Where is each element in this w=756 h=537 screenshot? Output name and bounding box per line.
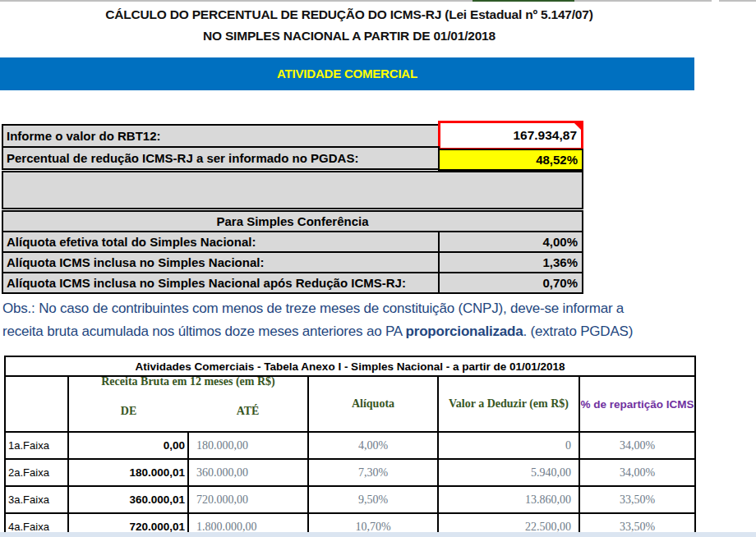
aliquota-cell: 4,00% bbox=[308, 432, 438, 459]
ate-column-header: ATÉ bbox=[188, 405, 307, 418]
conference-row-label: Alíquota ICMS inclusa no Simples Naciona… bbox=[2, 272, 440, 294]
calculator-section: Informe o valor do RBT12: 167.934,87 Per… bbox=[2, 121, 583, 298]
conference-header: Para Simples Conferência bbox=[2, 210, 583, 232]
pgdas-reduction-label: Percentual de redução ICMS-RJ a ser info… bbox=[2, 146, 440, 170]
ate-cell: 720.000,00 bbox=[188, 486, 308, 513]
faixa-cell: 2a.Faixa bbox=[5, 459, 68, 486]
page-title-line1: CÁLCULO DO PERCENTUAL DE REDUÇÃO DO ICMS… bbox=[0, 4, 698, 25]
anexo-i-table: Atividades Comerciais - Tabela Anexo I -… bbox=[4, 356, 696, 537]
page-title-line2: NO SIMPLES NACIONAL A PARTIR DE 01/01/20… bbox=[0, 25, 698, 47]
rbt12-input-cell[interactable]: 167.934,87 bbox=[438, 121, 583, 150]
spreadsheet-view: CÁLCULO DO PERCENTUAL DE REDUÇÃO DO ICMS… bbox=[0, 0, 756, 537]
pgdas-reduction-result-cell: 48,52% bbox=[438, 149, 583, 171]
faixa-cell: 3a.Faixa bbox=[5, 486, 68, 513]
conference-row-value: 4,00% bbox=[438, 231, 583, 253]
page-title: CÁLCULO DO PERCENTUAL DE REDUÇÃO DO ICMS… bbox=[0, 4, 698, 47]
de-cell: 360.000,01 bbox=[68, 486, 188, 513]
faixa-column-header bbox=[5, 376, 68, 432]
note-line2: receita bruta acumulada nos últimos doze… bbox=[2, 320, 726, 343]
aliquota-cell: 7,30% bbox=[308, 459, 438, 486]
valor-deduzir-column-header: Valor a Deduzir (em R$) bbox=[438, 376, 579, 432]
top-border-green-segment bbox=[472, 0, 574, 2]
conference-row-label: Alíquota ICMS inclusa no Simples Naciona… bbox=[2, 251, 440, 273]
table-row: 1a.Faixa 0,00 180.000,00 4,00% 0 34,00% bbox=[5, 432, 695, 459]
deduzir-cell: 13.860,00 bbox=[438, 486, 579, 513]
note-text: Obs.: No caso de contribuintes com menos… bbox=[2, 297, 726, 343]
reparticao-icms-column-header: % de repartição ICMS bbox=[579, 376, 695, 432]
conference-row-label: Alíquota efetiva total do Simples Nacion… bbox=[2, 231, 440, 253]
spacer-cell bbox=[2, 171, 583, 209]
aliquota-column-header: Alíquota bbox=[308, 376, 438, 432]
top-border-line bbox=[0, 0, 756, 2]
reparticao-cell: 34,00% bbox=[579, 459, 695, 486]
table-title: Atividades Comerciais - Tabela Anexo I -… bbox=[5, 356, 695, 376]
comment-indicator-icon bbox=[574, 123, 581, 130]
ate-cell: 180.000,00 bbox=[188, 432, 308, 459]
table-row: 2a.Faixa 180.000,01 360.000,00 7,30% 5.9… bbox=[5, 459, 695, 486]
table-row: 3a.Faixa 360.000,01 720.000,00 9,50% 13.… bbox=[5, 486, 695, 513]
receita-bruta-header: Receita Bruta em 12 meses (em R$) DE ATÉ bbox=[68, 376, 308, 432]
reparticao-cell: 34,00% bbox=[579, 432, 695, 459]
rbt12-label: Informe o valor do RBT12: bbox=[2, 124, 440, 148]
rbt12-value: 167.934,87 bbox=[513, 128, 577, 143]
deduzir-cell: 0 bbox=[438, 432, 579, 459]
top-border-gap bbox=[712, 0, 719, 2]
note-line1: Obs.: No caso de contribuintes com menos… bbox=[2, 297, 726, 320]
conference-row-value: 1,36% bbox=[438, 251, 583, 273]
de-column-header: DE bbox=[69, 405, 188, 418]
aliquota-cell: 9,50% bbox=[308, 486, 438, 513]
reparticao-cell: 33,50% bbox=[579, 486, 695, 513]
de-cell: 0,00 bbox=[68, 432, 188, 459]
deduzir-cell: 5.940,00 bbox=[438, 459, 579, 486]
ate-cell: 360.000,00 bbox=[188, 459, 308, 486]
activity-banner: ATIVIDADE COMERCIAL bbox=[0, 57, 694, 90]
conference-row-value: 0,70% bbox=[438, 272, 583, 294]
faixa-cell: 1a.Faixa bbox=[5, 432, 68, 459]
bottom-strip bbox=[0, 532, 756, 537]
de-cell: 180.000,01 bbox=[68, 459, 188, 486]
